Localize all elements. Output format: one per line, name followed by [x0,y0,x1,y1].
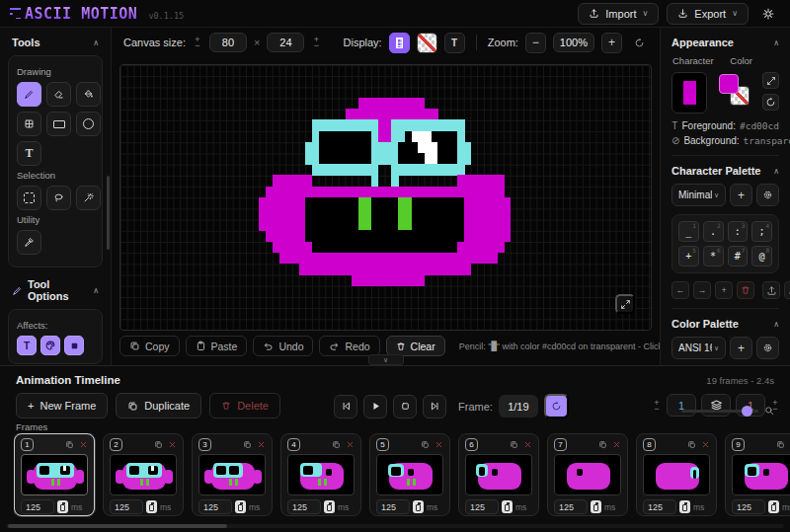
frame-card-4[interactable]: 4125ms [280,433,361,516]
duplicate-frame-icon[interactable] [598,440,607,449]
slider-knob[interactable] [742,406,752,417]
toggle-grid-button[interactable] [389,33,410,53]
import-button[interactable]: Import ∨ [578,3,659,25]
duplicate-frame-icon[interactable] [65,440,74,449]
tool-magic-wand-button[interactable] [76,186,101,210]
frame-card-3[interactable]: 3125ms [192,433,273,516]
color-palette-header[interactable]: Color Palette ∧ [661,309,790,335]
tool-text-button[interactable]: T [17,141,41,166]
frame-duration-input[interactable]: 125 [110,499,143,514]
delete-frame-icon[interactable] [346,440,355,449]
paste-button[interactable]: Paste [186,336,248,356]
zoom-in-button[interactable]: + [601,33,622,53]
frame-card-2[interactable]: 2125ms [103,433,184,516]
tool-options-header[interactable]: Tool Options ∧ [0,269,111,309]
drawing-canvas[interactable] [119,64,652,331]
frame-card-9[interactable]: 9125ms [725,433,790,516]
stop-button[interactable] [393,395,417,418]
duplicate-frame-icon[interactable] [243,440,252,449]
zoom-reset-button[interactable] [629,33,650,53]
frames-scrollbar-thumb[interactable] [8,524,227,528]
tool-pencil-button[interactable] [17,82,41,107]
character-palette-settings-button[interactable] [756,184,779,206]
toggle-characters-button[interactable]: T [444,33,465,53]
frame-card-7[interactable]: 7125ms [547,433,628,516]
color-preset-dropdown[interactable]: ANSI 16-Color ∨ [672,337,726,359]
palette-export-button[interactable] [784,281,790,299]
canvas-width-stepper[interactable]: +− [193,37,202,48]
add-character-palette-button[interactable]: + [730,184,752,206]
frame-duration-input[interactable]: 125 [732,499,765,514]
undo-button[interactable]: Undo [253,336,313,356]
delete-frame-icon[interactable] [257,440,266,449]
color-palette-settings-button[interactable] [756,337,779,359]
redo-button[interactable]: Redo [319,336,379,356]
affects-background-button[interactable] [64,336,84,355]
tools-section-header[interactable]: Tools ∧ [0,28,111,55]
frame-duration-input[interactable]: 125 [21,499,54,514]
delete-frame-icon[interactable] [523,440,532,449]
character-palette-header[interactable]: Character Palette ∧ [661,156,790,182]
tool-marquee-button[interactable] [17,186,41,210]
frame-card-8[interactable]: 8125ms [636,433,717,516]
palette-character-cell[interactable]: _1 [678,221,699,242]
canvas-height-stepper[interactable]: +− [311,37,321,48]
foreground-color-swatch[interactable] [719,74,739,94]
tool-fill-button[interactable] [76,82,101,107]
selected-character-preview[interactable] [672,72,707,114]
copy-button[interactable]: Copy [119,336,180,356]
canvas-width-input[interactable]: 80 [209,33,247,52]
palette-character-cell[interactable]: :3 [728,221,749,242]
duplicate-frame-icon[interactable] [687,440,696,449]
collapse-canvas-tab[interactable]: ∨ [368,354,404,365]
canvas-fullscreen-button[interactable] [615,294,635,314]
tool-eraser-button[interactable] [46,82,71,107]
palette-character-cell[interactable]: @8 [751,246,772,266]
clear-button[interactable]: Clear [386,336,445,356]
delete-frame-icon[interactable] [434,440,443,449]
duplicate-frame-icon[interactable] [510,440,518,449]
duplicate-frame-icon[interactable] [332,440,341,449]
theme-toggle-button[interactable] [756,3,780,25]
frame-duration-input[interactable]: 125 [287,499,321,514]
frame-duration-input[interactable]: 125 [554,499,588,514]
duplicate-frame-icon[interactable] [421,440,430,449]
first-frame-button[interactable] [334,395,357,418]
tool-lasso-button[interactable] [46,186,71,210]
affects-character-button[interactable]: T [17,336,37,355]
swap-colors-button[interactable] [762,72,779,89]
palette-character-cell[interactable]: ;4 [751,221,772,242]
palette-character-cell[interactable]: *6 [703,246,724,266]
palette-next-button[interactable]: → [693,281,711,299]
delete-frame-button[interactable]: Delete [209,393,280,418]
onion-prev-stepper[interactable]: +− [652,400,662,412]
new-frame-button[interactable]: + New Frame [16,393,108,418]
appearance-header[interactable]: Appearance ∧ [661,28,790,53]
play-button[interactable] [363,395,387,418]
frame-card-6[interactable]: 6125ms [458,433,539,516]
tool-rectangle-button[interactable] [46,112,71,136]
tool-eyedropper-button[interactable] [17,230,41,255]
add-color-palette-button[interactable]: + [730,337,752,359]
frame-duration-input[interactable]: 125 [376,499,410,514]
palette-import-button[interactable] [762,281,780,299]
left-sidebar-scrollbar[interactable] [107,176,110,250]
loop-toggle-button[interactable] [544,394,569,418]
palette-character-cell[interactable]: +5 [678,246,699,266]
palette-add-char-button[interactable]: + [715,281,733,299]
duplicate-frame-button[interactable]: Duplicate [116,393,201,418]
zoom-value[interactable]: 100% [553,33,594,52]
frame-card-1[interactable]: 1125ms [14,433,95,516]
palette-character-cell[interactable]: .2 [703,221,724,242]
palette-delete-char-button[interactable] [737,281,754,299]
character-preset-dropdown[interactable]: Minimal ASCII ∨ [672,184,726,206]
zoom-out-button[interactable]: − [525,33,546,53]
delete-frame-icon[interactable] [701,440,710,449]
tool-ellipse-button[interactable] [76,112,101,136]
toggle-transparency-button[interactable] [417,33,437,53]
duplicate-frame-icon[interactable] [776,440,785,449]
delete-frame-icon[interactable] [168,440,177,449]
delete-frame-icon[interactable] [612,440,621,449]
frame-duration-input[interactable]: 125 [198,499,232,514]
canvas-height-input[interactable]: 24 [267,33,304,52]
